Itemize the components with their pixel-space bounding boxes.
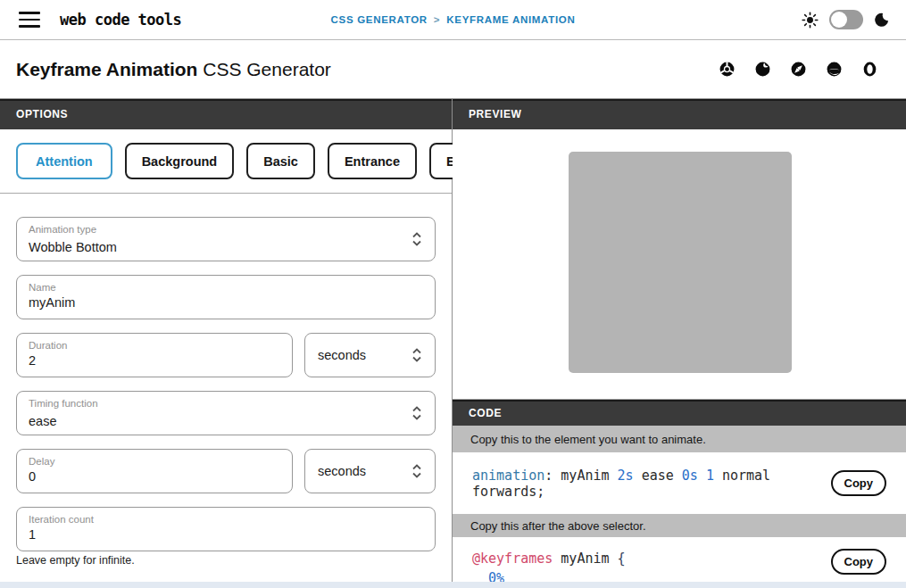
theme-controls xyxy=(802,10,890,29)
menu-icon[interactable] xyxy=(19,12,40,28)
options-header-label: OPTIONS xyxy=(16,108,68,120)
keyframes-code-line-1: @keyframes myAnim { xyxy=(472,549,886,568)
name-input[interactable] xyxy=(29,295,408,310)
safari-icon xyxy=(790,61,807,78)
app-logo[interactable]: web code tools xyxy=(60,11,181,29)
animation-css-code: animation: myAnim 2s ease 0s 1 normal fo… xyxy=(472,468,831,500)
code-instruction-1: Copy this to the element you want to ani… xyxy=(453,426,906,452)
delay-input[interactable] xyxy=(29,469,265,484)
name-label: Name xyxy=(29,282,56,293)
duration-field: Duration xyxy=(16,333,293,377)
delay-label: Delay xyxy=(29,456,54,467)
options-form: Animation type Wobble Bottom Name Durati… xyxy=(0,194,452,567)
chevron-updown-icon xyxy=(411,406,422,421)
options-header: OPTIONS xyxy=(0,98,452,129)
preview-code-panel: PREVIEW CODE Copy this to the element yo… xyxy=(453,98,906,588)
delay-unit-select[interactable]: seconds xyxy=(304,449,436,493)
copy-keyframes-button[interactable]: Copy xyxy=(831,549,887,575)
code-instruction-2: Copy this after the above selector. xyxy=(453,514,906,537)
bottom-strip xyxy=(0,582,906,588)
category-tabs: Attention Background Basic Entrance Exit xyxy=(0,129,452,194)
keyframes-code-block: @keyframes myAnim { 0% Copy xyxy=(453,537,906,588)
preview-area xyxy=(453,129,906,399)
preview-header-label: PREVIEW xyxy=(469,108,522,120)
moon-icon xyxy=(874,12,890,28)
duration-input[interactable] xyxy=(29,353,265,368)
sun-icon xyxy=(802,12,819,29)
edge-icon xyxy=(826,61,843,78)
chevron-updown-icon xyxy=(411,232,422,247)
tab-basic[interactable]: Basic xyxy=(246,143,315,179)
copy-animation-button[interactable]: Copy xyxy=(831,470,887,496)
timing-function-label: Timing function xyxy=(29,398,98,409)
chevron-updown-icon xyxy=(411,348,422,363)
animation-type-select[interactable]: Animation type Wobble Bottom xyxy=(16,217,436,261)
code-header: CODE xyxy=(453,399,906,426)
delay-field: Delay xyxy=(16,449,293,493)
opera-icon xyxy=(861,61,878,78)
chrome-icon xyxy=(719,61,736,78)
animation-type-value: Wobble Bottom xyxy=(29,240,117,254)
timing-function-value: ease xyxy=(29,414,56,428)
browser-support-icons xyxy=(719,61,890,78)
animation-preview-box xyxy=(569,152,792,373)
theme-toggle[interactable] xyxy=(829,10,863,29)
iteration-count-field: Iteration count xyxy=(16,507,436,551)
page-title-subtitle: CSS Generator xyxy=(197,59,330,79)
iteration-count-label: Iteration count xyxy=(29,514,94,525)
duration-unit-select[interactable]: seconds xyxy=(304,333,436,377)
duration-label: Duration xyxy=(29,340,67,351)
title-bar: Keyframe Animation CSS Generator xyxy=(0,40,906,98)
delay-unit-value: seconds xyxy=(318,464,366,478)
chevron-updown-icon xyxy=(411,464,422,479)
preview-header: PREVIEW xyxy=(453,98,906,129)
name-field: Name xyxy=(16,275,436,319)
tab-attention[interactable]: Attention xyxy=(16,143,112,179)
top-bar: web code tools CSS GENERATOR>KEYFRAME AN… xyxy=(0,0,906,40)
firefox-icon xyxy=(754,61,771,78)
options-panel: OPTIONS Attention Background Basic Entra… xyxy=(0,98,453,588)
main-content: OPTIONS Attention Background Basic Entra… xyxy=(0,98,906,588)
code-header-label: CODE xyxy=(469,407,502,419)
iteration-hint: Leave empty for infinite. xyxy=(16,554,436,567)
page-title-main: Keyframe Animation xyxy=(16,59,197,79)
breadcrumb-css-generator[interactable]: CSS GENERATOR xyxy=(331,14,428,25)
iteration-count-input[interactable] xyxy=(29,527,408,542)
tab-background[interactable]: Background xyxy=(125,143,235,179)
breadcrumb-keyframe-animation[interactable]: KEYFRAME ANIMATION xyxy=(446,14,575,25)
timing-function-select[interactable]: Timing function ease xyxy=(16,391,436,435)
breadcrumb-separator-icon: > xyxy=(434,14,440,25)
animation-code-row: animation: myAnim 2s ease 0s 1 normal fo… xyxy=(453,452,906,514)
page-title: Keyframe Animation CSS Generator xyxy=(16,59,331,80)
theme-toggle-knob xyxy=(831,12,847,28)
duration-unit-value: seconds xyxy=(318,348,366,362)
animation-type-label: Animation type xyxy=(29,224,96,235)
tab-entrance[interactable]: Entrance xyxy=(328,143,417,179)
